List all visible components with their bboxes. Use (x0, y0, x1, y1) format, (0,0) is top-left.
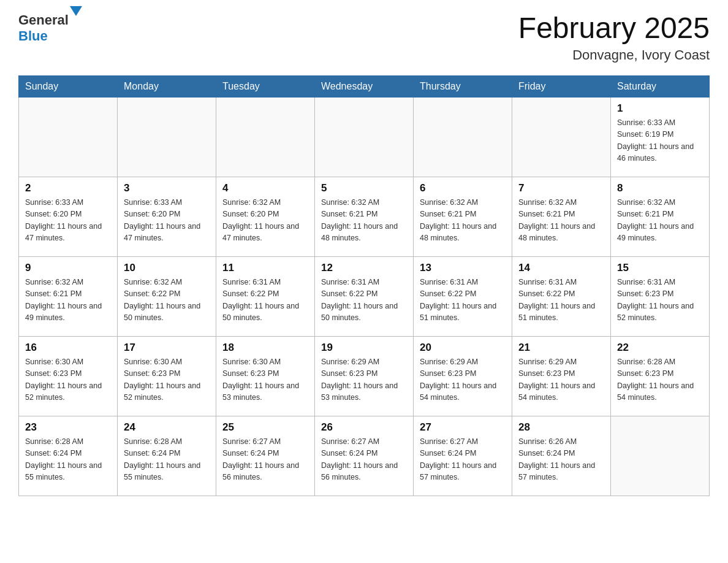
calendar-cell: 6Sunrise: 6:32 AMSunset: 6:21 PMDaylight… (414, 177, 512, 256)
weekday-header-thursday: Thursday (414, 75, 512, 97)
month-title: February 2025 (518, 12, 710, 45)
day-info: Sunrise: 6:33 AMSunset: 6:19 PMDaylight:… (617, 117, 703, 165)
day-info: Sunrise: 6:32 AMSunset: 6:20 PMDaylight:… (222, 197, 308, 245)
day-number: 11 (222, 262, 308, 274)
calendar-cell: 5Sunrise: 6:32 AMSunset: 6:21 PMDaylight… (315, 177, 414, 256)
calendar-cell: 21Sunrise: 6:29 AMSunset: 6:23 PMDayligh… (512, 336, 611, 416)
day-info: Sunrise: 6:33 AMSunset: 6:20 PMDaylight:… (25, 197, 111, 245)
day-number: 16 (25, 342, 111, 354)
day-info: Sunrise: 6:32 AMSunset: 6:21 PMDaylight:… (25, 277, 111, 324)
calendar-cell: 25Sunrise: 6:27 AMSunset: 6:24 PMDayligh… (216, 416, 315, 496)
day-info: Sunrise: 6:26 AMSunset: 6:24 PMDaylight:… (518, 436, 604, 484)
day-info: Sunrise: 6:30 AMSunset: 6:23 PMDaylight:… (222, 356, 308, 404)
day-number: 8 (617, 182, 703, 194)
day-number: 3 (124, 182, 210, 194)
calendar-cell (216, 97, 315, 177)
day-info: Sunrise: 6:28 AMSunset: 6:23 PMDaylight:… (617, 356, 703, 404)
calendar-cell: 13Sunrise: 6:31 AMSunset: 6:22 PMDayligh… (414, 256, 512, 336)
calendar-cell (611, 416, 710, 496)
day-info: Sunrise: 6:29 AMSunset: 6:23 PMDaylight:… (321, 356, 407, 404)
logo: General Blue (18, 12, 82, 44)
calendar-cell: 9Sunrise: 6:32 AMSunset: 6:21 PMDaylight… (19, 256, 118, 336)
day-info: Sunrise: 6:33 AMSunset: 6:20 PMDaylight:… (124, 197, 210, 245)
calendar-cell (19, 97, 118, 177)
day-info: Sunrise: 6:32 AMSunset: 6:22 PMDaylight:… (124, 277, 210, 324)
calendar-week-4: 16Sunrise: 6:30 AMSunset: 6:23 PMDayligh… (19, 336, 710, 416)
weekday-header-tuesday: Tuesday (216, 75, 315, 97)
weekday-header-sunday: Sunday (19, 75, 118, 97)
day-number: 13 (420, 262, 506, 274)
calendar-cell: 10Sunrise: 6:32 AMSunset: 6:22 PMDayligh… (118, 256, 216, 336)
day-info: Sunrise: 6:31 AMSunset: 6:22 PMDaylight:… (420, 277, 506, 324)
title-block: February 2025 Donvagne, Ivory Coast (518, 12, 710, 63)
day-number: 15 (617, 262, 703, 274)
calendar-cell: 2Sunrise: 6:33 AMSunset: 6:20 PMDaylight… (19, 177, 118, 256)
day-number: 2 (25, 182, 111, 194)
calendar-cell: 3Sunrise: 6:33 AMSunset: 6:20 PMDaylight… (118, 177, 216, 256)
calendar-cell: 16Sunrise: 6:30 AMSunset: 6:23 PMDayligh… (19, 336, 118, 416)
day-number: 5 (321, 182, 407, 194)
day-number: 20 (420, 342, 506, 354)
day-info: Sunrise: 6:28 AMSunset: 6:24 PMDaylight:… (124, 436, 210, 484)
calendar-cell: 7Sunrise: 6:32 AMSunset: 6:21 PMDaylight… (512, 177, 611, 256)
calendar-cell: 22Sunrise: 6:28 AMSunset: 6:23 PMDayligh… (611, 336, 710, 416)
day-info: Sunrise: 6:27 AMSunset: 6:24 PMDaylight:… (321, 436, 407, 484)
day-number: 1 (617, 102, 703, 115)
calendar-cell: 4Sunrise: 6:32 AMSunset: 6:20 PMDaylight… (216, 177, 315, 256)
calendar-cell (414, 97, 512, 177)
calendar-week-5: 23Sunrise: 6:28 AMSunset: 6:24 PMDayligh… (19, 416, 710, 496)
day-number: 23 (25, 421, 111, 434)
calendar-week-2: 2Sunrise: 6:33 AMSunset: 6:20 PMDaylight… (19, 177, 710, 256)
day-number: 4 (222, 182, 308, 194)
day-info: Sunrise: 6:31 AMSunset: 6:22 PMDaylight:… (518, 277, 604, 324)
day-number: 12 (321, 262, 407, 274)
day-number: 21 (518, 342, 604, 354)
logo-triangle-icon (70, 6, 82, 26)
day-number: 26 (321, 421, 407, 434)
day-number: 22 (617, 342, 703, 354)
day-info: Sunrise: 6:27 AMSunset: 6:24 PMDaylight:… (222, 436, 308, 484)
calendar-table: SundayMondayTuesdayWednesdayThursdayFrid… (18, 75, 710, 496)
calendar-cell: 20Sunrise: 6:29 AMSunset: 6:23 PMDayligh… (414, 336, 512, 416)
calendar-cell: 28Sunrise: 6:26 AMSunset: 6:24 PMDayligh… (512, 416, 611, 496)
day-info: Sunrise: 6:31 AMSunset: 6:22 PMDaylight:… (222, 277, 308, 324)
calendar-cell: 26Sunrise: 6:27 AMSunset: 6:24 PMDayligh… (315, 416, 414, 496)
logo-general: General (18, 12, 69, 28)
weekday-header-monday: Monday (118, 75, 216, 97)
calendar-cell: 27Sunrise: 6:27 AMSunset: 6:24 PMDayligh… (414, 416, 512, 496)
calendar-week-3: 9Sunrise: 6:32 AMSunset: 6:21 PMDaylight… (19, 256, 710, 336)
calendar-week-1: 1Sunrise: 6:33 AMSunset: 6:19 PMDaylight… (19, 97, 710, 177)
day-info: Sunrise: 6:30 AMSunset: 6:23 PMDaylight:… (124, 356, 210, 404)
logo-text: General Blue (18, 12, 82, 44)
day-info: Sunrise: 6:32 AMSunset: 6:21 PMDaylight:… (518, 197, 604, 245)
calendar-header-row: SundayMondayTuesdayWednesdayThursdayFrid… (19, 75, 710, 97)
calendar-cell: 12Sunrise: 6:31 AMSunset: 6:22 PMDayligh… (315, 256, 414, 336)
calendar-cell (118, 97, 216, 177)
calendar-cell (512, 97, 611, 177)
weekday-header-wednesday: Wednesday (315, 75, 414, 97)
day-number: 18 (222, 342, 308, 354)
calendar-cell: 18Sunrise: 6:30 AMSunset: 6:23 PMDayligh… (216, 336, 315, 416)
day-number: 27 (420, 421, 506, 434)
day-info: Sunrise: 6:29 AMSunset: 6:23 PMDaylight:… (518, 356, 604, 404)
day-info: Sunrise: 6:27 AMSunset: 6:24 PMDaylight:… (420, 436, 506, 484)
day-info: Sunrise: 6:29 AMSunset: 6:23 PMDaylight:… (420, 356, 506, 404)
day-info: Sunrise: 6:32 AMSunset: 6:21 PMDaylight:… (420, 197, 506, 245)
logo-blue: Blue (18, 28, 48, 44)
day-info: Sunrise: 6:31 AMSunset: 6:22 PMDaylight:… (321, 277, 407, 324)
calendar-cell: 24Sunrise: 6:28 AMSunset: 6:24 PMDayligh… (118, 416, 216, 496)
day-info: Sunrise: 6:31 AMSunset: 6:23 PMDaylight:… (617, 277, 703, 324)
day-info: Sunrise: 6:30 AMSunset: 6:23 PMDaylight:… (25, 356, 111, 404)
day-number: 7 (518, 182, 604, 194)
day-number: 25 (222, 421, 308, 434)
calendar-cell: 14Sunrise: 6:31 AMSunset: 6:22 PMDayligh… (512, 256, 611, 336)
day-number: 6 (420, 182, 506, 194)
calendar-cell: 8Sunrise: 6:32 AMSunset: 6:21 PMDaylight… (611, 177, 710, 256)
page-header: General Blue February 2025 Donvagne, Ivo… (18, 12, 710, 63)
day-number: 14 (518, 262, 604, 274)
location: Donvagne, Ivory Coast (518, 47, 710, 63)
day-number: 24 (124, 421, 210, 434)
day-info: Sunrise: 6:32 AMSunset: 6:21 PMDaylight:… (617, 197, 703, 245)
day-number: 10 (124, 262, 210, 274)
calendar-cell: 15Sunrise: 6:31 AMSunset: 6:23 PMDayligh… (611, 256, 710, 336)
